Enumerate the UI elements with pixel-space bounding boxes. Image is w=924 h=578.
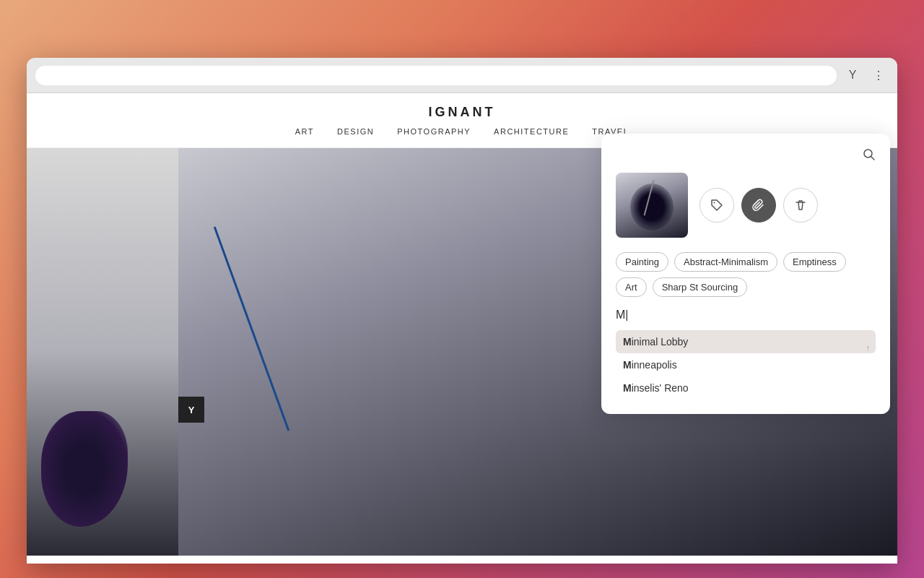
suggestion-minneapolis[interactable]: Minneapolis bbox=[616, 353, 876, 376]
action-buttons-row bbox=[699, 188, 818, 223]
article-image-left bbox=[27, 148, 178, 556]
cursor-hint: ↑ bbox=[866, 343, 871, 352]
nav-art[interactable]: ART bbox=[295, 127, 314, 136]
suggestion-minselis-reno[interactable]: Minselis' Reno bbox=[616, 376, 876, 400]
suggestion-highlight-1: M bbox=[623, 336, 632, 348]
panel-search-icon[interactable] bbox=[863, 148, 876, 164]
delete-button[interactable] bbox=[783, 188, 818, 223]
ignant-logo: IGNANT bbox=[429, 105, 496, 120]
suggestion-rest-2: inneapolis bbox=[632, 359, 677, 371]
tag-painting[interactable]: Painting bbox=[616, 252, 668, 272]
menu-dots-icon: ⋮ bbox=[873, 69, 884, 82]
panel-thumbnail bbox=[616, 173, 688, 238]
address-bar-input[interactable]: ani-on-his-show-combine-and-the-power-of… bbox=[35, 66, 837, 85]
thumb-art-shape bbox=[630, 184, 674, 230]
attach-button[interactable] bbox=[741, 188, 776, 223]
browser-menu-button[interactable]: ⋮ bbox=[868, 65, 889, 85]
tag-abstract-minimalism[interactable]: Abstract-Minimalism bbox=[674, 252, 777, 272]
nav-architecture[interactable]: ARCHITECTURE bbox=[494, 127, 569, 136]
browser-y-button[interactable]: Y bbox=[842, 65, 863, 85]
suggestion-rest-1: inimal Lobby bbox=[632, 336, 689, 348]
top-bar bbox=[0, 0, 924, 58]
panel-header bbox=[616, 148, 876, 164]
tag-art[interactable]: Art bbox=[616, 277, 647, 297]
panel-top-area bbox=[616, 173, 876, 238]
ignant-menu: ART DESIGN PHOTOGRAPHY ARCHITECTURE TRAV… bbox=[295, 127, 629, 136]
tag-search-input[interactable] bbox=[616, 309, 876, 322]
nav-photography[interactable]: PHOTOGRAPHY bbox=[397, 127, 471, 136]
browser-window: ani-on-his-show-combine-and-the-power-of… bbox=[27, 58, 897, 564]
tag-emptiness[interactable]: Emptiness bbox=[783, 252, 846, 272]
address-bar-area: ani-on-his-show-combine-and-the-power-of… bbox=[27, 58, 897, 93]
svg-line-1 bbox=[871, 157, 875, 160]
svg-point-2 bbox=[714, 202, 715, 204]
suggestion-highlight-3: M bbox=[623, 382, 632, 394]
suggestion-highlight-2: M bbox=[623, 359, 632, 371]
art-shape-left bbox=[41, 411, 128, 527]
suggestions-list: Minimal Lobby ↑ Minneapolis Minselis' Re… bbox=[616, 330, 876, 400]
tags-row: Painting Abstract-Minimalism Emptiness A… bbox=[616, 252, 876, 297]
search-input-row bbox=[616, 309, 876, 322]
suggestion-rest-3: inselis' Reno bbox=[632, 382, 689, 394]
tag-button[interactable] bbox=[699, 188, 734, 223]
art-line bbox=[214, 227, 289, 431]
y-icon: Y bbox=[849, 69, 857, 82]
tag-sharp-st-sourcing[interactable]: Sharp St Sourcing bbox=[653, 277, 748, 297]
nav-design[interactable]: DESIGN bbox=[337, 127, 374, 136]
y-watermark-badge: Y bbox=[178, 397, 204, 423]
suggestion-minimal-lobby[interactable]: Minimal Lobby ↑ bbox=[616, 330, 876, 353]
popup-panel: Painting Abstract-Minimalism Emptiness A… bbox=[601, 134, 890, 414]
website-content: IGNANT ART DESIGN PHOTOGRAPHY ARCHITECTU… bbox=[27, 93, 897, 564]
